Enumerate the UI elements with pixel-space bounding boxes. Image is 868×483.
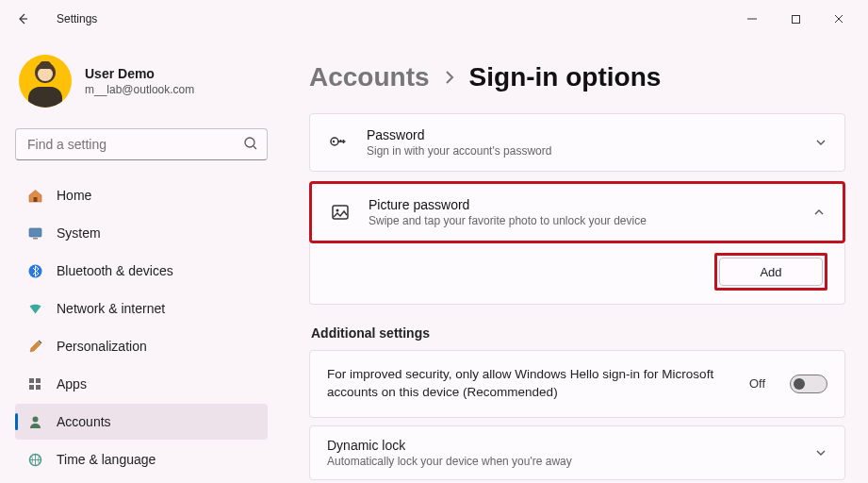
sidebar-item-apps[interactable]: Apps: [15, 366, 268, 402]
svg-rect-3: [33, 238, 38, 240]
hello-signin-card: For improved security, only allow Window…: [309, 350, 845, 418]
card-title: Password: [367, 127, 551, 142]
user-block[interactable]: User Demo m__lab@outlook.com: [15, 45, 268, 125]
dynamic-lock-card[interactable]: Dynamic lock Automatically lock your dev…: [309, 425, 845, 480]
search-input[interactable]: [15, 128, 268, 160]
svg-rect-8: [36, 385, 41, 390]
sidebar-item-bluetooth[interactable]: Bluetooth & devices: [15, 253, 268, 289]
sidebar: User Demo m__lab@outlook.com Home System…: [0, 38, 283, 483]
avatar: [19, 55, 72, 108]
svg-rect-6: [36, 378, 41, 383]
section-label: Additional settings: [311, 325, 845, 341]
card-desc: Swipe and tap your favorite photo to unl…: [368, 214, 647, 227]
svg-rect-5: [29, 378, 34, 383]
user-email: m__lab@outlook.com: [85, 83, 194, 96]
wifi-icon: [26, 300, 43, 317]
sidebar-item-system[interactable]: System: [15, 215, 268, 251]
back-button[interactable]: [8, 11, 38, 26]
card-title: Dynamic lock: [327, 438, 797, 453]
sidebar-item-label: Home: [57, 188, 91, 203]
sidebar-item-time[interactable]: Time & language: [15, 441, 268, 477]
titlebar: Settings: [0, 0, 868, 38]
password-card[interactable]: Password Sign in with your account's pas…: [309, 113, 845, 172]
hello-signin-toggle[interactable]: [790, 375, 827, 393]
svg-rect-2: [29, 228, 41, 237]
svg-rect-0: [792, 15, 799, 23]
maximize-icon: [791, 14, 801, 25]
key-icon: [327, 132, 350, 153]
search-box: [15, 128, 268, 160]
picture-password-body: Add: [309, 243, 845, 305]
svg-point-14: [336, 209, 339, 212]
sidebar-item-home[interactable]: Home: [15, 177, 268, 213]
maximize-button[interactable]: [774, 4, 817, 34]
card-title: Picture password: [368, 197, 647, 212]
sidebar-item-label: Accounts: [57, 414, 111, 429]
sidebar-item-label: Personalization: [57, 339, 147, 354]
sidebar-item-network[interactable]: Network & internet: [15, 291, 268, 326]
svg-point-12: [333, 141, 335, 142]
sidebar-item-label: Network & internet: [57, 301, 165, 316]
sidebar-item-label: Apps: [57, 376, 87, 391]
close-button[interactable]: [817, 4, 860, 34]
sidebar-item-label: Bluetooth & devices: [57, 263, 173, 278]
chevron-up-icon: [812, 206, 826, 219]
system-icon: [26, 225, 43, 242]
svg-point-1: [245, 138, 254, 147]
nav: Home System Bluetooth & devices Network …: [15, 177, 268, 477]
chevron-down-icon: [814, 446, 827, 459]
main-content: Accounts Sign-in options Password Sign i…: [283, 38, 868, 483]
arrow-left-icon: [15, 11, 30, 26]
svg-point-9: [32, 416, 38, 422]
bluetooth-icon: [26, 262, 43, 279]
image-icon: [329, 202, 352, 223]
picture-password-card[interactable]: Picture password Swipe and tap your favo…: [309, 181, 845, 243]
minimize-icon: [746, 13, 758, 25]
breadcrumb: Accounts Sign-in options: [309, 62, 845, 92]
close-icon: [833, 13, 844, 25]
breadcrumb-current: Sign-in options: [469, 62, 662, 92]
globe-clock-icon: [26, 451, 43, 468]
add-button[interactable]: Add: [719, 258, 823, 286]
setting-text: For improved security, only allow Window…: [327, 366, 732, 402]
apps-icon: [26, 375, 43, 392]
chevron-right-icon: [443, 69, 456, 86]
svg-rect-7: [29, 385, 34, 390]
search-icon: [243, 136, 258, 151]
paintbrush-icon: [26, 338, 43, 355]
sidebar-item-label: System: [57, 225, 101, 241]
user-name: User Demo: [85, 66, 194, 81]
card-desc: Automatically lock your device when you'…: [327, 455, 797, 468]
home-icon: [26, 187, 43, 204]
breadcrumb-parent[interactable]: Accounts: [309, 62, 430, 92]
add-button-highlight: Add: [714, 253, 827, 291]
person-icon: [26, 413, 43, 430]
window-title: Settings: [57, 12, 97, 25]
sidebar-item-accounts[interactable]: Accounts: [15, 404, 268, 440]
minimize-button[interactable]: [730, 4, 774, 34]
card-desc: Sign in with your account's password: [367, 144, 551, 158]
sidebar-item-personalization[interactable]: Personalization: [15, 328, 268, 364]
toggle-state-label: Off: [749, 376, 765, 391]
sidebar-item-label: Time & language: [57, 452, 156, 467]
chevron-down-icon: [814, 136, 827, 149]
